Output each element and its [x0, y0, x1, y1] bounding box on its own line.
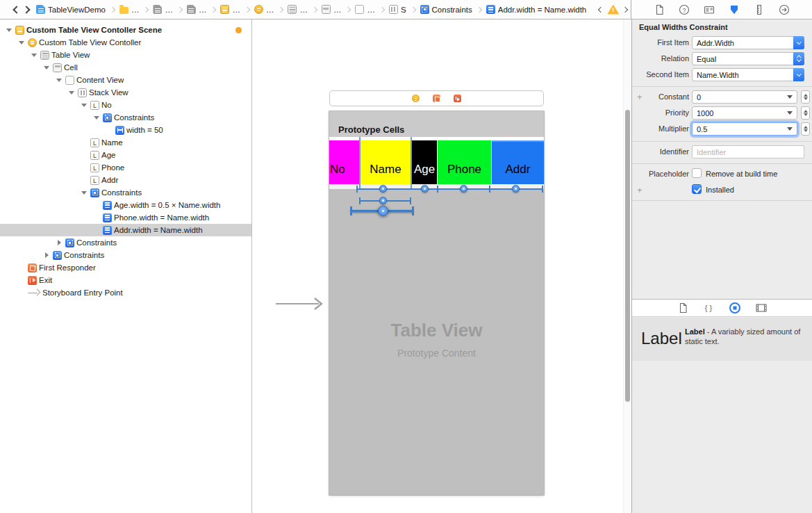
constraint-handle[interactable]: [421, 185, 429, 193]
outline-row-cell[interactable]: Cell: [0, 61, 251, 74]
outline-row-label-phone[interactable]: Phone: [0, 161, 251, 174]
second-item-value: Name.Width: [693, 71, 793, 79]
outline-row-content-view[interactable]: Content View: [0, 74, 251, 86]
object-library-icon[interactable]: [729, 302, 741, 314]
cell-label-addr[interactable]: Addr: [492, 140, 544, 184]
cell-label-phone[interactable]: Phone: [438, 140, 491, 184]
view-controller-view[interactable]: Prototype Cells No Name Age Phone Addr: [329, 111, 544, 495]
outline-row-constraints-collapsed[interactable]: Constraints: [0, 236, 251, 249]
file-inspector-icon[interactable]: [654, 4, 665, 15]
first-item-popup[interactable]: Addr.Width: [692, 36, 804, 49]
identifier-input[interactable]: [692, 145, 804, 158]
canvas-scrollbar-track[interactable]: [623, 19, 631, 513]
code-snippet-library-icon[interactable]: { }: [702, 302, 715, 314]
remove-at-build-time-checkbox[interactable]: [692, 168, 702, 178]
constraint-endcap: [356, 186, 358, 193]
outline-row-label-addr[interactable]: Addr: [0, 174, 251, 186]
attributes-inspector-icon[interactable]: [729, 4, 740, 15]
back-chevron-icon[interactable]: [13, 6, 20, 13]
warning-icon[interactable]: [607, 5, 619, 15]
identity-inspector-icon[interactable]: [704, 4, 715, 15]
jump-bar: TableViewDemo … … … …: [0, 0, 631, 19]
installed-checkbox[interactable]: [692, 184, 702, 194]
outline-row-constraints-collapsed[interactable]: Constraints: [0, 249, 251, 261]
outline-row-label-age[interactable]: Age: [0, 149, 251, 161]
outline-row-first-responder[interactable]: First Responder: [0, 261, 251, 274]
outline-row-phone-width-constraint[interactable]: Phone.width = Name.width: [0, 211, 251, 224]
disclosure-triangle[interactable]: [43, 64, 51, 72]
constraint-endcap: [489, 186, 490, 193]
storyboard-canvas[interactable]: Prototype Cells No Name Age Phone Addr: [252, 19, 631, 513]
disclosure-triangle[interactable]: [56, 239, 63, 247]
priority-stepper[interactable]: [801, 106, 810, 120]
outline-row-entry-point[interactable]: Storyboard Entry Point: [0, 286, 251, 299]
breadcrumb-item[interactable]: …: [322, 5, 342, 14]
disclosure-triangle[interactable]: [56, 76, 63, 84]
disclosure-triangle[interactable]: [81, 101, 88, 109]
breadcrumb-item[interactable]: …: [187, 5, 207, 14]
breadcrumb-item[interactable]: TableViewDemo: [36, 5, 106, 14]
outline-row-addr-width-constraint[interactable]: Addr.width = Name.width: [0, 224, 251, 236]
view-controller-icon[interactable]: [412, 95, 420, 102]
first-responder-icon[interactable]: [433, 95, 440, 102]
priority-combo[interactable]: 1000: [692, 106, 797, 120]
breadcrumb-item[interactable]: …: [119, 6, 140, 14]
disclosure-triangle[interactable]: [93, 114, 101, 122]
file-template-library-icon[interactable]: [677, 302, 688, 314]
outline-row-width-constraint[interactable]: width = 50: [0, 124, 251, 136]
constraint-handle[interactable]: [379, 185, 387, 193]
disclosure-triangle[interactable]: [31, 51, 38, 59]
breadcrumb-item[interactable]: …: [288, 5, 308, 14]
outline-label: Custom Table View Contoller: [39, 38, 141, 47]
constraint-handle[interactable]: [460, 185, 467, 193]
disclosure-triangle[interactable]: [68, 89, 76, 97]
previous-issue-icon[interactable]: [598, 6, 604, 12]
connections-inspector-icon[interactable]: [779, 4, 790, 15]
outline-row-exit[interactable]: Exit: [0, 274, 251, 286]
canvas-scrollbar-thumb[interactable]: [625, 110, 630, 402]
breadcrumb-item[interactable]: Addr.width = Name.width: [486, 5, 587, 14]
multiplier-stepper[interactable]: [801, 122, 810, 136]
breadcrumb-item[interactable]: …: [153, 5, 173, 14]
forward-chevron-icon[interactable]: [22, 6, 30, 13]
size-inspector-icon[interactable]: [754, 4, 765, 15]
cell-label-age[interactable]: Age: [412, 140, 437, 184]
breadcrumb-item[interactable]: …: [220, 5, 240, 14]
breadcrumb-item[interactable]: S: [389, 5, 406, 14]
outline-row-constraints[interactable]: Constraints: [0, 111, 251, 124]
outline-row-label-name[interactable]: Name: [0, 136, 251, 149]
library-item-label[interactable]: Label Label - A variably sized amount of…: [632, 318, 812, 361]
outline-row-view-controller[interactable]: Custom Table View Contoller: [0, 36, 251, 49]
media-library-icon[interactable]: [755, 302, 768, 314]
breadcrumb-label: Addr.width = Name.width: [498, 6, 587, 14]
relation-popup[interactable]: Equal: [692, 52, 804, 65]
outline-row-age-width-constraint[interactable]: Age.width = 0.5 × Name.width: [0, 199, 251, 211]
disclosure-triangle[interactable]: [81, 189, 88, 197]
breadcrumb-item[interactable]: …: [355, 5, 375, 14]
exit-icon[interactable]: [454, 95, 461, 102]
constant-stepper[interactable]: [801, 90, 810, 104]
breadcrumb-item[interactable]: …: [254, 5, 274, 14]
outline-row-table-view[interactable]: Table View: [0, 49, 251, 61]
constraint-handle[interactable]: [379, 197, 387, 204]
constant-combo[interactable]: 0: [692, 90, 797, 104]
outline-row-scene[interactable]: Custom Table View Contoller Scene: [0, 24, 251, 36]
disclosure-triangle[interactable]: [6, 26, 13, 34]
quick-help-inspector-icon[interactable]: ?: [679, 4, 690, 15]
selected-constraint-handle[interactable]: [378, 206, 388, 216]
outline-row-label-no[interactable]: No: [0, 99, 251, 111]
add-variation-button[interactable]: +: [637, 185, 643, 195]
disclosure-triangle[interactable]: [43, 252, 51, 259]
second-item-popup[interactable]: Name.Width: [692, 68, 804, 81]
next-issue-icon[interactable]: [622, 6, 628, 12]
breadcrumb-item[interactable]: Constraints: [420, 5, 472, 14]
outline-row-stack-view[interactable]: Stack View: [0, 86, 251, 99]
outline-label: Cell: [64, 63, 78, 72]
cell-label-no[interactable]: No: [329, 140, 359, 184]
cell-label-name[interactable]: Name: [360, 140, 411, 184]
outline-row-constraints[interactable]: Constraints: [0, 186, 251, 199]
disclosure-triangle[interactable]: [18, 39, 26, 47]
multiplier-combo[interactable]: 0.5: [692, 122, 797, 136]
constraint-handle[interactable]: [512, 185, 520, 193]
outline-label: Constraints: [101, 188, 142, 197]
